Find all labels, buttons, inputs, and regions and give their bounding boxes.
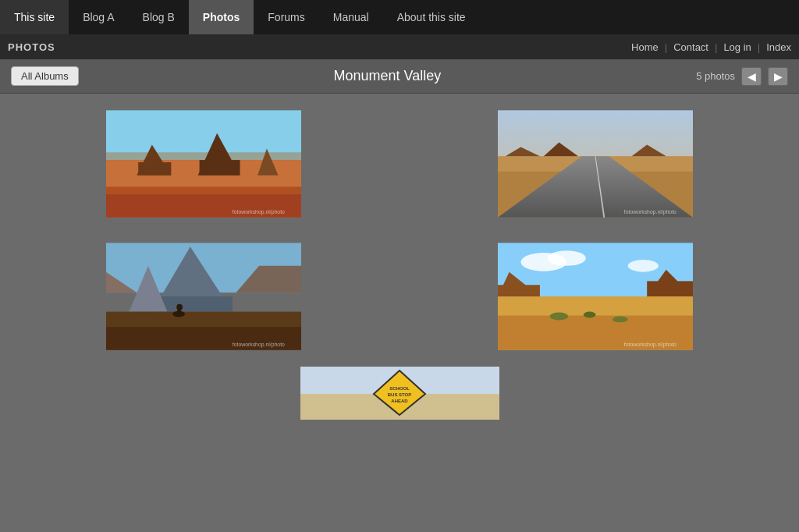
- nav-item-forums[interactable]: Forums: [254, 0, 318, 34]
- photo-thumb-1: fotoworkshop.nl/photo: [106, 109, 301, 218]
- svg-point-44: [584, 312, 596, 318]
- sub-header-links: Home | Contact | Log in | Index: [631, 41, 791, 53]
- photo-card-1[interactable]: fotoworkshop.nl/photo: [106, 109, 301, 218]
- photo-thumb-5: SCHOOL BUS STOP AHEAD: [300, 367, 499, 420]
- svg-rect-41: [647, 281, 693, 296]
- svg-text:fotoworkshop.nl/photo: fotoworkshop.nl/photo: [233, 342, 285, 348]
- photo-card-2[interactable]: fotoworkshop.nl/photo: [498, 109, 693, 218]
- prev-photo-button[interactable]: ◀: [741, 67, 762, 86]
- bottom-photo-area: SCHOOL BUS STOP AHEAD: [0, 367, 799, 438]
- photo-grid: fotoworkshop.nl/photo: [0, 94, 799, 367]
- svg-rect-39: [498, 285, 540, 296]
- svg-point-43: [613, 316, 628, 322]
- index-link[interactable]: Index: [766, 41, 791, 53]
- sub-header: Photos Home | Contact | Log in | Index: [0, 34, 799, 59]
- svg-rect-5: [200, 160, 240, 176]
- svg-point-35: [628, 260, 659, 272]
- svg-rect-7: [138, 162, 171, 176]
- svg-point-34: [548, 250, 586, 266]
- svg-point-42: [550, 313, 569, 321]
- photo-thumb-3: fotoworkshop.nl/photo: [106, 242, 301, 351]
- nav-item-about[interactable]: About this site: [383, 0, 480, 34]
- svg-text:BUS STOP: BUS STOP: [387, 392, 411, 397]
- album-title: Monument Valley: [79, 68, 696, 84]
- next-photo-button[interactable]: ▶: [768, 67, 788, 86]
- photo-count: 5 photos: [696, 70, 735, 82]
- home-link[interactable]: Home: [631, 41, 659, 53]
- nav-item-blog-b[interactable]: Blog B: [129, 0, 189, 34]
- svg-text:fotoworkshop.nl/photo: fotoworkshop.nl/photo: [624, 209, 676, 215]
- sub-header-title: Photos: [8, 41, 55, 53]
- photo-card-4[interactable]: fotoworkshop.nl/photo: [498, 242, 693, 351]
- svg-text:fotoworkshop.nl/photo: fotoworkshop.nl/photo: [624, 342, 676, 348]
- photo-count-area: 5 photos ◀ ▶: [696, 67, 788, 86]
- photo-card-3[interactable]: fotoworkshop.nl/photo: [106, 242, 301, 351]
- nav-item-this-site[interactable]: This site: [0, 0, 69, 34]
- nav-item-manual[interactable]: Manual: [319, 0, 383, 34]
- photo-thumb-2: fotoworkshop.nl/photo: [498, 109, 693, 218]
- photo-thumb-4: fotoworkshop.nl/photo: [498, 242, 693, 351]
- nav-item-photos[interactable]: Photos: [189, 0, 254, 34]
- login-link[interactable]: Log in: [723, 41, 751, 53]
- photo-card-5[interactable]: SCHOOL BUS STOP AHEAD: [300, 367, 499, 423]
- svg-rect-1: [106, 152, 301, 160]
- album-toolbar: All Albums Monument Valley 5 photos ◀ ▶: [0, 59, 799, 94]
- all-albums-button[interactable]: All Albums: [11, 66, 79, 86]
- svg-text:AHEAD: AHEAD: [391, 399, 408, 403]
- nav-item-blog-a[interactable]: Blog A: [69, 0, 128, 34]
- top-navigation: This site Blog A Blog B Photos Forums Ma…: [0, 0, 799, 34]
- contact-link[interactable]: Contact: [673, 41, 708, 53]
- svg-text:SCHOOL: SCHOOL: [389, 386, 410, 391]
- svg-rect-29: [177, 310, 181, 317]
- svg-point-30: [176, 304, 183, 310]
- svg-text:fotoworkshop.nl/photo: fotoworkshop.nl/photo: [233, 209, 285, 215]
